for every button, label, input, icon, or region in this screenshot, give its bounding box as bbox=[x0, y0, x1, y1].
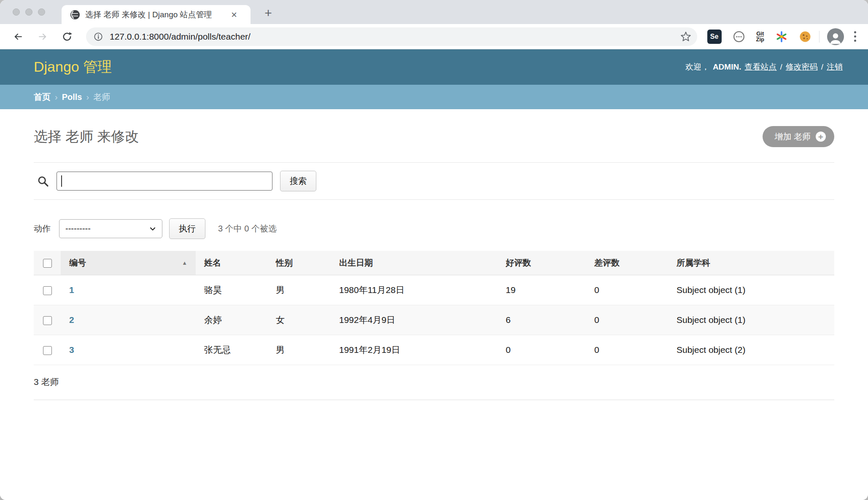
extensions-area: Se Git Zip bbox=[707, 30, 812, 44]
cell-bad: 0 bbox=[586, 335, 668, 365]
asterisk-extension-icon[interactable] bbox=[775, 30, 788, 43]
cell-good: 6 bbox=[497, 305, 586, 335]
back-icon[interactable] bbox=[13, 31, 24, 42]
column-header-subject[interactable]: 所属学科 bbox=[668, 251, 834, 275]
cell-birth: 1980年11月28日 bbox=[331, 275, 497, 305]
column-header-good[interactable]: 好评数 bbox=[497, 251, 586, 275]
action-counter: 3 个中 0 个被选 bbox=[218, 223, 277, 234]
person-icon bbox=[828, 31, 843, 45]
new-tab-button[interactable]: + bbox=[261, 6, 275, 20]
text-cursor bbox=[61, 175, 62, 187]
tab-close-icon[interactable]: × bbox=[229, 10, 239, 20]
username-text: ADMIN. bbox=[713, 62, 741, 72]
result-table: 编号 ▲ 姓名 性别 出生日期 好评数 差评数 所属学科 1 骆昊 bbox=[34, 251, 834, 365]
minimize-window-button[interactable] bbox=[25, 8, 32, 16]
action-select-value: --------- bbox=[65, 224, 91, 234]
search-button[interactable]: 搜索 bbox=[280, 171, 316, 191]
cell-gender: 男 bbox=[267, 335, 331, 365]
welcome-text: 欢迎， bbox=[685, 62, 709, 73]
toolbar-divider bbox=[819, 31, 819, 43]
cell-name: 余婷 bbox=[196, 305, 267, 335]
browser-toolbar: 127.0.0.1:8000/admin/polls/teacher/ Se G… bbox=[0, 24, 868, 49]
address-bar[interactable]: 127.0.0.1:8000/admin/polls/teacher/ bbox=[86, 27, 697, 46]
cell-gender: 男 bbox=[267, 275, 331, 305]
go-button[interactable]: 执行 bbox=[169, 218, 205, 239]
breadcrumb-separator: › bbox=[55, 92, 58, 102]
row-id-link[interactable]: 3 bbox=[69, 345, 74, 355]
column-header-bad[interactable]: 差评数 bbox=[586, 251, 668, 275]
circle-dots-extension-icon[interactable] bbox=[733, 30, 745, 43]
search-input[interactable] bbox=[57, 172, 272, 191]
tab-strip: 选择 老师 来修改 | Django 站点管理 × + bbox=[0, 0, 868, 24]
action-select[interactable]: --------- bbox=[59, 219, 162, 238]
maximize-window-button[interactable] bbox=[38, 8, 45, 16]
cell-bad: 0 bbox=[586, 305, 668, 335]
cell-good: 19 bbox=[497, 275, 586, 305]
cell-birth: 1992年4月9日 bbox=[331, 305, 497, 335]
browser-tab[interactable]: 选择 老师 来修改 | Django 站点管理 × bbox=[62, 5, 251, 24]
traffic-lights bbox=[13, 8, 45, 16]
table-row: 2 余婷 女 1992年4月9日 6 0 Subject object (1) bbox=[34, 305, 834, 335]
gitzip-extension-icon[interactable]: Git Zip bbox=[756, 31, 765, 42]
page-info-icon[interactable] bbox=[94, 32, 103, 41]
column-header-name[interactable]: 姓名 bbox=[196, 251, 267, 275]
link-separator: / bbox=[780, 62, 782, 72]
cell-subject: Subject object (1) bbox=[668, 275, 834, 305]
select-all-checkbox[interactable] bbox=[43, 259, 52, 268]
row-checkbox[interactable] bbox=[43, 286, 52, 295]
cell-bad: 0 bbox=[586, 275, 668, 305]
tab-title: 选择 老师 来修改 | Django 站点管理 bbox=[85, 9, 224, 20]
row-checkbox[interactable] bbox=[43, 316, 52, 325]
actions-label: 动作 bbox=[34, 223, 51, 234]
django-admin-header: Django 管理 欢迎， ADMIN. 查看站点 / 修改密码 / 注销 bbox=[0, 49, 868, 85]
breadcrumb-current: 老师 bbox=[93, 91, 110, 103]
cell-name: 张无忌 bbox=[196, 335, 267, 365]
site-brand[interactable]: Django 管理 bbox=[34, 57, 112, 77]
plus-icon: + bbox=[816, 132, 826, 142]
user-tools: 欢迎， ADMIN. 查看站点 / 修改密码 / 注销 bbox=[685, 62, 843, 73]
search-input-wrap bbox=[57, 172, 272, 191]
paginator-count: 3 老师 bbox=[34, 365, 834, 400]
logout-link[interactable]: 注销 bbox=[827, 62, 843, 73]
profile-avatar[interactable] bbox=[827, 28, 844, 45]
sort-asc-icon[interactable]: ▲ bbox=[182, 260, 187, 266]
cell-gender: 女 bbox=[267, 305, 331, 335]
search-bar: 搜索 bbox=[34, 162, 834, 200]
change-password-link[interactable]: 修改密码 bbox=[786, 62, 818, 73]
breadcrumb-separator: › bbox=[86, 92, 89, 102]
column-header-id[interactable]: 编号 ▲ bbox=[61, 251, 196, 275]
cell-birth: 1991年2月19日 bbox=[331, 335, 497, 365]
actions-row: 动作 --------- 执行 3 个中 0 个被选 bbox=[34, 218, 834, 239]
column-header-birth[interactable]: 出生日期 bbox=[331, 251, 497, 275]
bookmark-star-icon[interactable] bbox=[680, 31, 691, 42]
table-row: 1 骆昊 男 1980年11月28日 19 0 Subject object (… bbox=[34, 275, 834, 305]
changelist-content: 选择 老师 来修改 增加 老师 + 搜索 动作 --------- bbox=[0, 109, 868, 500]
reload-icon[interactable] bbox=[62, 31, 73, 42]
search-icon bbox=[37, 175, 49, 187]
selenium-extension-icon[interactable]: Se bbox=[707, 30, 722, 44]
close-window-button[interactable] bbox=[13, 8, 20, 16]
row-checkbox[interactable] bbox=[43, 346, 52, 355]
forward-icon[interactable] bbox=[37, 31, 48, 42]
view-site-link[interactable]: 查看站点 bbox=[744, 62, 776, 73]
table-row: 3 张无忌 男 1991年2月19日 0 0 Subject object (2… bbox=[34, 335, 834, 365]
cell-name: 骆昊 bbox=[196, 275, 267, 305]
column-header-gender[interactable]: 性别 bbox=[267, 251, 331, 275]
site-favicon-icon bbox=[70, 10, 80, 20]
breadcrumb-home-link[interactable]: 首页 bbox=[34, 91, 51, 103]
title-row: 选择 老师 来修改 增加 老师 + bbox=[34, 126, 834, 147]
cookie-extension-icon[interactable] bbox=[799, 30, 811, 43]
breadcrumb: 首页 › Polls › 老师 bbox=[0, 85, 868, 109]
browser-menu-icon[interactable] bbox=[852, 30, 858, 43]
breadcrumb-app-link[interactable]: Polls bbox=[62, 92, 82, 102]
cell-subject: Subject object (1) bbox=[668, 305, 834, 335]
url-text[interactable]: 127.0.0.1:8000/admin/polls/teacher/ bbox=[110, 32, 680, 42]
add-teacher-button[interactable]: 增加 老师 + bbox=[763, 126, 834, 147]
link-separator: / bbox=[821, 62, 823, 72]
table-header-row: 编号 ▲ 姓名 性别 出生日期 好评数 差评数 所属学科 bbox=[34, 251, 834, 275]
add-teacher-label: 增加 老师 bbox=[774, 131, 811, 142]
cell-subject: Subject object (2) bbox=[668, 335, 834, 365]
browser-window: 选择 老师 来修改 | Django 站点管理 × + 127.0.0.1:80… bbox=[0, 0, 868, 500]
row-id-link[interactable]: 2 bbox=[69, 315, 74, 325]
row-id-link[interactable]: 1 bbox=[69, 285, 74, 295]
